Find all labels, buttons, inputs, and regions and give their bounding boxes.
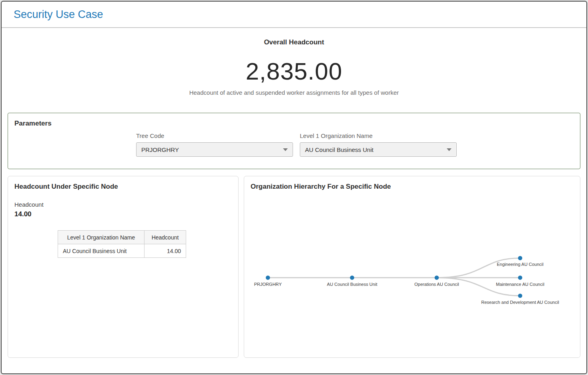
level1-org-select[interactable]: AU Council Business Unit	[300, 142, 457, 157]
headcount-panel-title: Headcount Under Specific Node	[14, 183, 232, 191]
tree-node-label: AU Council Business Unit	[327, 282, 377, 287]
tree-edge	[437, 258, 520, 278]
tree-node-label: Research and Development AU Council	[481, 300, 559, 305]
hierarchy-tree-svg: PRJORGHRY AU Council Business Unit Opera…	[251, 194, 574, 354]
overall-headcount-value: 2,835.00	[2, 58, 586, 85]
hierarchy-panel: Organization Hierarchy For a Specific No…	[244, 176, 580, 358]
table-row[interactable]: AU Council Business Unit 14.00	[58, 244, 186, 258]
tree-node-label: Maintenance AU Council	[496, 282, 544, 287]
parameters-panel: Parameters Tree Code PRJORGHRY Level 1 O…	[8, 113, 580, 169]
overall-headcount-section: Overall Headcount 2,835.00 Headcount of …	[2, 28, 586, 96]
table-cell-org: AU Council Business Unit	[58, 244, 144, 258]
hierarchy-chart: PRJORGHRY AU Council Business Unit Opera…	[251, 194, 574, 354]
tree-node-engineering-au-council[interactable]	[518, 256, 522, 260]
overall-headcount-title: Overall Headcount	[2, 38, 586, 46]
tree-code-label: Tree Code	[136, 132, 293, 139]
chevron-down-icon	[283, 148, 288, 151]
page-title: Security Use Case	[14, 8, 103, 21]
headcount-under-node-panel: Headcount Under Specific Node Headcount …	[8, 176, 239, 358]
table-header-headcount: Headcount	[144, 231, 186, 244]
table-header-org: Level 1 Organization Name	[58, 231, 144, 244]
parameters-title: Parameters	[14, 120, 574, 128]
bottom-panels: Headcount Under Specific Node Headcount …	[8, 176, 580, 358]
tree-code-select[interactable]: PRJORGHRY	[136, 142, 293, 157]
level1-org-field: Level 1 Organization Name AU Council Bus…	[300, 132, 457, 157]
dashboard-window: Security Use Case Overall Headcount 2,83…	[1, 1, 587, 374]
tree-node-au-council-business-unit[interactable]	[350, 275, 354, 280]
overall-headcount-description: Headcount of active and suspended worker…	[2, 89, 586, 96]
tree-code-field: Tree Code PRJORGHRY	[136, 132, 293, 157]
chevron-down-icon	[447, 148, 452, 151]
tree-node-prjorghry[interactable]	[266, 275, 270, 280]
tree-node-maintenance-au-council[interactable]	[518, 275, 522, 280]
page-header: Security Use Case	[2, 2, 586, 28]
tree-node-operations-au-council[interactable]	[435, 275, 439, 280]
tree-node-rnd-au-council[interactable]	[518, 293, 522, 298]
tree-node-label: Operations AU Council	[414, 282, 459, 287]
tree-edge	[437, 278, 520, 296]
table-header-row: Level 1 Organization Name Headcount	[58, 231, 186, 244]
level1-org-label: Level 1 Organization Name	[300, 132, 457, 139]
headcount-table: Level 1 Organization Name Headcount AU C…	[58, 230, 186, 258]
headcount-metric-label: Headcount	[14, 201, 232, 208]
tree-node-label: PRJORGHRY	[254, 282, 282, 287]
tree-code-value: PRJORGHRY	[141, 146, 179, 153]
tree-node-label: Engineering AU Council	[497, 262, 544, 267]
headcount-metric-value: 14.00	[14, 210, 232, 218]
table-cell-headcount: 14.00	[144, 244, 186, 258]
hierarchy-panel-title: Organization Hierarchy For a Specific No…	[251, 183, 574, 191]
parameters-row: Tree Code PRJORGHRY Level 1 Organization…	[14, 132, 574, 157]
level1-org-value: AU Council Business Unit	[305, 146, 373, 153]
